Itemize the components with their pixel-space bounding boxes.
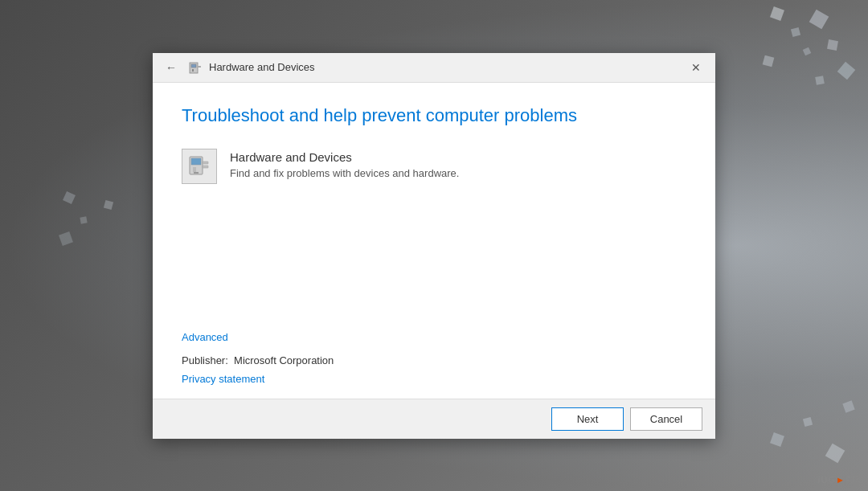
dialog-action-bar: Next Cancel bbox=[153, 399, 715, 439]
publisher-name: Microsoft Corporation bbox=[234, 354, 334, 366]
main-heading: Troubleshoot and help prevent computer p… bbox=[182, 105, 686, 126]
dialog-footer-links: Advanced Publisher: Microsoft Corporatio… bbox=[153, 329, 715, 399]
dialog-title: Hardware and Devices bbox=[209, 61, 315, 73]
svg-rect-23 bbox=[194, 172, 199, 174]
watermark: iUG►FIX bbox=[817, 475, 862, 485]
hardware-title-icon bbox=[188, 60, 203, 75]
privacy-link[interactable]: Privacy statement bbox=[182, 373, 264, 385]
hardware-item-name: Hardware and Devices bbox=[230, 150, 459, 164]
svg-rect-18 bbox=[192, 69, 194, 72]
svg-rect-24 bbox=[203, 162, 208, 164]
publisher-info: Publisher: Microsoft Corporation bbox=[182, 354, 686, 366]
close-button[interactable]: ✕ bbox=[686, 59, 706, 76]
svg-rect-17 bbox=[191, 64, 196, 68]
publisher-label: Publisher: bbox=[182, 354, 228, 366]
svg-rect-25 bbox=[203, 166, 208, 168]
cancel-button[interactable]: Cancel bbox=[630, 407, 702, 431]
troubleshoot-dialog: ← Hardware and Devices ✕ Troubleshoot an… bbox=[153, 53, 715, 439]
hardware-icon-box bbox=[182, 149, 217, 184]
svg-rect-22 bbox=[193, 167, 196, 172]
watermark-suffix: FIX bbox=[845, 475, 862, 485]
watermark-icon: ► bbox=[836, 475, 845, 485]
advanced-link[interactable]: Advanced bbox=[182, 331, 228, 343]
next-button[interactable]: Next bbox=[551, 407, 624, 431]
dialog-body: Troubleshoot and help prevent computer p… bbox=[153, 83, 715, 329]
back-button[interactable]: ← bbox=[162, 59, 180, 76]
hardware-item-info: Hardware and Devices Find and fix proble… bbox=[230, 149, 459, 179]
hardware-device-icon bbox=[186, 153, 212, 179]
svg-rect-19 bbox=[198, 66, 201, 68]
svg-rect-21 bbox=[191, 158, 201, 165]
watermark-prefix: iUG bbox=[817, 475, 836, 485]
dialog-titlebar: ← Hardware and Devices ✕ bbox=[153, 53, 715, 83]
hardware-item-description: Find and fix problems with devices and h… bbox=[230, 167, 459, 179]
hardware-item-row: Hardware and Devices Find and fix proble… bbox=[182, 149, 686, 184]
